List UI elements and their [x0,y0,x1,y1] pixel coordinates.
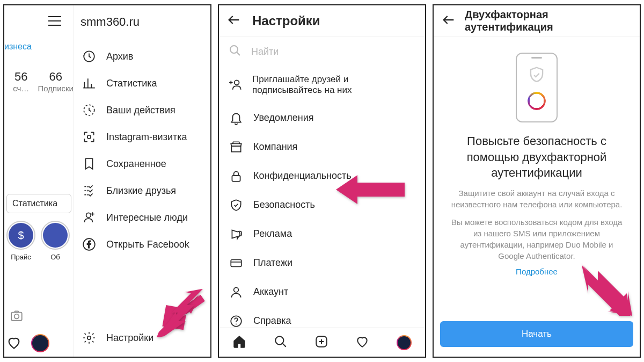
menu-activity[interactable]: Ваши действия [74,97,210,124]
nametag-icon [82,130,97,144]
nav-home-icon[interactable] [232,335,246,351]
settings-ads[interactable]: Реклама [219,220,425,249]
svg-point-24 [234,287,239,292]
activity-icon [82,103,97,117]
two-factor-screen: Двухфакторная аутентификация Повысьте бе… [433,4,641,358]
instagram-ring-icon [528,92,546,110]
settings-account[interactable]: Аккаунт [219,278,425,307]
story-highlight-about[interactable]: Об [40,221,71,261]
svg-point-1 [14,314,19,319]
svg-point-26 [236,323,237,324]
hamburger-icon[interactable] [47,15,62,29]
svg-marker-31 [610,293,630,316]
back-icon[interactable] [441,12,456,30]
svg-rect-23 [231,259,241,266]
stat-subscribers[interactable]: 56 сч… [4,70,38,93]
svg-point-9 [87,190,88,191]
page-title: Двухфакторная аутентификация [465,9,632,33]
discover-icon [82,211,97,225]
svg-point-21 [235,81,239,85]
search-placeholder: Найти [251,46,279,57]
svg-rect-22 [232,176,240,182]
learn-more-link[interactable]: Подробнее [434,262,640,276]
camera-icon[interactable] [10,309,24,324]
settings-security[interactable]: Безопасность [219,191,425,220]
statistics-button[interactable]: Статистика [6,194,71,213]
search-row[interactable]: Найти [219,37,425,67]
menu-close-friends[interactable]: Близкие друзья [74,177,210,204]
shield-check-icon [526,65,547,88]
svg-point-10 [87,194,88,195]
settings-invite-friends[interactable]: Приглашайте друзей и подписывайтесь на н… [219,67,425,104]
profile-backdrop: изнеса 56 сч… 66 Подписки Статистика $ П… [4,5,74,357]
gear-icon [82,331,97,345]
back-icon[interactable] [226,12,241,30]
two-factor-description-1: Защитите свой аккаунт на случай входа с … [434,181,640,210]
stat-following[interactable]: 66 Подписки [38,70,74,93]
bottom-nav [219,328,425,357]
svg-point-11 [86,213,91,218]
settings-screen: Настройки Найти Приглашайте друзей и под… [218,4,426,358]
shield-icon [229,198,244,212]
stats-icon [82,76,97,90]
nav-add-icon[interactable] [314,335,328,351]
store-icon [229,140,244,154]
menu-nametag[interactable]: Instagram-визитка [74,124,210,150]
svg-point-7 [87,135,91,139]
menu-statistics[interactable]: Статистика [74,70,210,97]
close-friends-icon [82,184,97,198]
svg-point-20 [230,46,238,53]
menu-discover-people[interactable]: Интересные люди [74,204,210,231]
profile-drawer-screen: изнеса 56 сч… 66 Подписки Статистика $ П… [3,4,211,358]
menu-facebook[interactable]: Открыть Facebook [74,231,210,258]
your-story-avatar[interactable] [31,334,49,352]
svg-point-13 [87,336,91,340]
two-factor-illustration [434,42,640,133]
invite-icon [229,78,243,92]
bell-icon [229,111,244,125]
menu-archive[interactable]: Архив [74,43,210,70]
bookmark-icon [82,157,97,171]
business-tools-link[interactable]: изнеса [4,39,74,55]
settings-payments[interactable]: Платежи [219,249,425,278]
nav-search-icon[interactable] [274,335,288,351]
search-icon [229,44,241,60]
settings-business[interactable]: Компания [219,133,425,162]
nav-profile-avatar[interactable] [397,335,412,350]
story-label: Прайс [5,253,36,261]
drawer-username[interactable]: smm360.ru [74,5,210,39]
story-highlight-price[interactable]: $ Прайс [5,221,36,261]
two-factor-heading: Повысьте безопасность с помощью двухфакт… [434,133,640,181]
menu-settings[interactable]: Настройки [74,324,210,351]
archive-icon [82,49,97,63]
menu-saved[interactable]: Сохраненное [74,150,210,177]
start-button[interactable]: Начать [440,321,633,347]
nav-heart-icon[interactable] [355,335,369,351]
svg-point-8 [87,186,88,187]
profile-stats-row: 56 сч… 66 Подписки [4,55,74,97]
page-title: Настройки [252,13,320,28]
facebook-icon [82,237,97,251]
settings-privacy[interactable]: Конфиденциальность [219,162,425,191]
side-drawer: smm360.ru Архив Статистика Ваши действия… [74,5,210,357]
lock-icon [229,169,244,183]
account-icon [229,285,244,299]
svg-point-27 [275,336,283,344]
settings-notifications[interactable]: Уведомления [219,104,425,133]
story-label: Об [40,253,71,261]
svg-rect-0 [11,313,22,321]
two-factor-description-2: Вы можете воспользоваться кодом для вход… [434,210,640,262]
help-icon [229,314,244,328]
heart-icon[interactable] [6,335,21,352]
card-icon [229,256,244,270]
megaphone-icon [229,227,244,241]
